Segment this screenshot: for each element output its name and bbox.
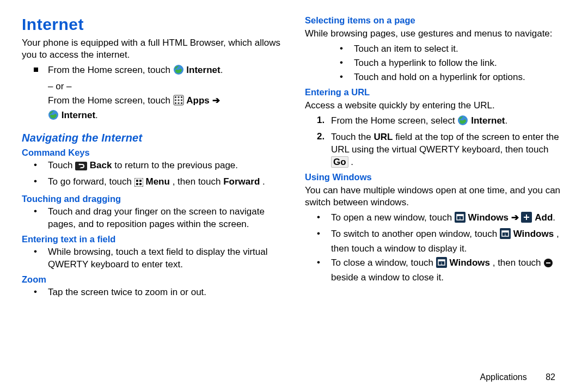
page-title: Internet <box>22 15 283 34</box>
select-b1: Touch an item to select it. <box>305 43 566 56</box>
launch1-prefix: From the Home screen, touch <box>48 65 173 75</box>
touchdrag-item: Touch and drag your finger on the screen… <box>22 206 283 231</box>
select-heading: Selecting items on a page <box>305 15 566 26</box>
enterfield-item: While browsing, touch a text field to di… <box>22 246 283 271</box>
svg-point-0 <box>174 65 183 75</box>
globe-icon <box>173 64 184 79</box>
url-step-2: 2. Touch the URL field at the top of the… <box>305 131 566 169</box>
svg-rect-5 <box>175 100 176 101</box>
url-s2-post: . <box>351 157 353 167</box>
arrow-icon: ➔ <box>511 212 519 223</box>
url-s2-pre: Touch the <box>331 132 373 142</box>
svg-rect-7 <box>181 100 182 101</box>
touch-drag-heading: Touching and dragging <box>22 194 283 204</box>
launch2-apps-label: Apps <box>186 95 210 106</box>
select-intro: While browsing pages, use gestures and m… <box>305 28 566 40</box>
zoom-text: Tap the screen twice to zoom in or out. <box>48 286 283 299</box>
url-step-1: 1. From the Home screen, select Internet… <box>305 115 566 130</box>
launch2-internet-label: Internet <box>62 110 95 120</box>
cmd-fwd-pre: To go forward, touch <box>48 176 134 187</box>
cmd-back-pre: Touch <box>48 160 75 170</box>
windows-icon: 1 <box>500 228 511 243</box>
cmd-fwd-mid: , then touch <box>173 176 224 187</box>
navigating-heading: Navigating the Internet <box>22 132 283 144</box>
zoom-heading: Zoom <box>22 274 283 285</box>
zoom-item: Tap the screen twice to zoom in or out. <box>22 286 283 299</box>
svg-rect-9 <box>177 102 179 104</box>
svg-rect-14 <box>136 180 138 182</box>
svg-rect-8 <box>175 102 176 104</box>
cmd-fwd-post: . <box>262 176 265 187</box>
win-open-pre: To open a new window, touch <box>331 212 455 223</box>
windows-intro: You can have multiple windows open at on… <box>305 185 566 209</box>
svg-rect-2 <box>175 96 176 98</box>
win-close-mid: , then touch <box>493 258 544 268</box>
enterfield-text: While browsing, touch a text field to di… <box>48 246 283 271</box>
right-column: Selecting items on a page While browsing… <box>305 15 566 387</box>
url-heading: Entering a URL <box>305 87 566 97</box>
win-switch-pre: To switch to another open window, touch <box>331 229 500 239</box>
url-s2-bold: URL <box>373 132 393 142</box>
cmd-fwd-bold: Forward <box>223 176 260 187</box>
windows-switch: To switch to another open window, touch … <box>305 228 566 255</box>
launch-or: – or – <box>22 81 283 93</box>
svg-rect-6 <box>177 100 179 101</box>
arrow-icon: ➔ <box>212 95 220 106</box>
close-circle-icon <box>543 258 553 272</box>
launch1-internet-label: Internet <box>186 65 220 75</box>
svg-rect-4 <box>181 96 182 98</box>
windows-heading: Using Windows <box>305 172 566 182</box>
svg-rect-15 <box>139 180 142 182</box>
svg-rect-10 <box>181 102 182 104</box>
win-close-win: Windows <box>450 258 490 268</box>
cmd-menu-bold: Menu <box>146 176 170 187</box>
svg-rect-12 <box>75 162 87 170</box>
launch-option-1: From the Home screen, touch Internet. <box>22 64 283 79</box>
win-close-post: beside a window to close it. <box>331 272 444 283</box>
footer-section: Applications <box>480 372 526 382</box>
svg-rect-16 <box>136 183 138 185</box>
svg-rect-3 <box>177 96 179 98</box>
manual-page: Internet Your phone is equipped with a f… <box>0 0 588 392</box>
launch2-prefix: From the Home screen, touch <box>48 95 173 106</box>
go-button-label: Go <box>331 156 348 168</box>
windows-close: To close a window, touch 1 Windows , the… <box>305 257 566 284</box>
select-b3: Touch and hold on a hyperlink for option… <box>305 71 566 84</box>
enter-field-heading: Entering text in a field <box>22 234 283 244</box>
touchdrag-text: Touch and drag your finger on the screen… <box>48 206 283 231</box>
back-icon <box>75 162 87 174</box>
globe-icon <box>457 115 468 130</box>
win-switch-win: Windows <box>513 229 554 239</box>
windows-open: To open a new window, touch 1 Windows ➔ … <box>305 212 566 226</box>
svg-rect-13 <box>134 178 143 187</box>
footer-page-number: 82 <box>546 372 555 382</box>
apps-grid-icon <box>173 95 184 109</box>
cmd-forward: To go forward, touch Menu , then touch F… <box>22 176 283 191</box>
add-icon <box>521 212 532 226</box>
win-open-add: Add <box>535 212 553 223</box>
launch-option-2: From the Home screen, touch Apps ➔ <box>22 95 283 124</box>
select-b2: Touch a hyperlink to follow the link. <box>305 57 566 70</box>
cmd-back-post: to return to the previous page. <box>114 160 238 170</box>
page-footer: Applications 82 <box>480 372 555 382</box>
svg-rect-17 <box>139 183 142 185</box>
url-s1-pre: From the Home screen, select <box>331 115 457 126</box>
intro-text: Your phone is equipped with a full HTML … <box>22 37 283 61</box>
menu-icon <box>134 178 143 191</box>
svg-point-11 <box>48 110 58 120</box>
windows-icon: 1 <box>455 212 465 226</box>
command-keys-heading: Command Keys <box>22 148 283 158</box>
square-bullet-icon <box>34 68 38 72</box>
cmd-back-bold: Back <box>90 160 112 170</box>
win-open-win: Windows <box>468 212 509 223</box>
url-s1-bold: Internet <box>471 115 505 126</box>
svg-point-18 <box>458 115 468 125</box>
windows-icon: 1 <box>436 257 447 272</box>
globe-icon <box>48 109 59 124</box>
url-intro: Access a website quickly by entering the… <box>305 100 566 112</box>
win-close-pre: To close a window, touch <box>331 258 436 268</box>
left-column: Internet Your phone is equipped with a f… <box>22 15 283 387</box>
cmd-back: Touch Back to return to the previous pag… <box>22 160 283 174</box>
